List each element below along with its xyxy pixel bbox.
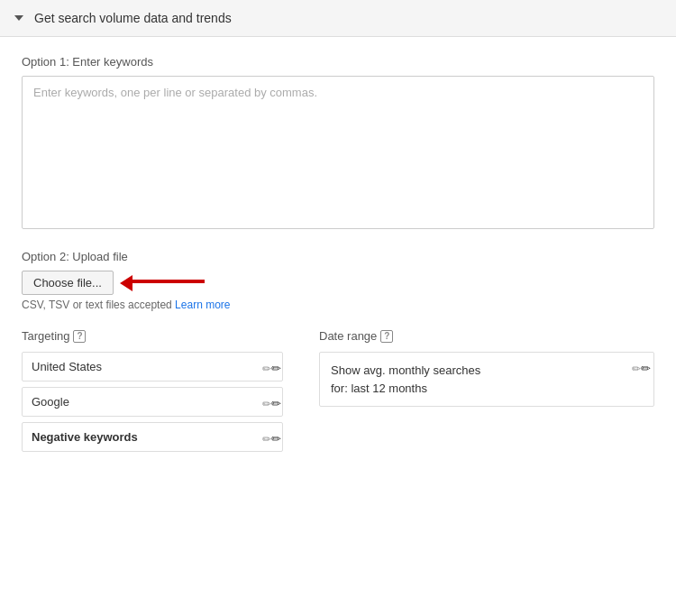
choose-file-button[interactable]: Choose file...	[22, 271, 114, 295]
targeting-title: Targeting ?	[22, 329, 283, 343]
date-range-section: Date range ? Show avg. monthly searches …	[319, 329, 654, 457]
csv-note: CSV, TSV or text files accepted Learn mo…	[22, 299, 654, 311]
targeting-item-country[interactable]: United States ✏	[22, 352, 283, 382]
page-title: Get search volume data and trends	[34, 11, 232, 25]
header-bar: Get search volume data and trends	[0, 0, 676, 37]
targeting-section: Targeting ? United States ✏ Google ✏ Neg…	[22, 329, 283, 457]
two-column-section: Targeting ? United States ✏ Google ✏ Neg…	[22, 329, 654, 457]
date-range-title: Date range ?	[319, 329, 654, 343]
chevron-down-icon	[14, 15, 23, 21]
arrowhead-icon	[120, 275, 132, 291]
keywords-textarea[interactable]	[22, 76, 654, 229]
edit-date-range-icon[interactable]: ✏	[632, 362, 643, 372]
date-range-help-icon[interactable]: ?	[380, 330, 393, 343]
targeting-country-label: United States	[32, 360, 102, 373]
targeting-help-icon[interactable]: ?	[73, 330, 86, 343]
date-range-text: Show avg. monthly searches for: last 12 …	[331, 362, 480, 397]
option2-label: Option 2: Upload file	[22, 250, 654, 263]
upload-row: Choose file...	[22, 271, 654, 295]
main-content: Option 1: Enter keywords Option 2: Uploa…	[0, 37, 676, 479]
date-range-box[interactable]: Show avg. monthly searches for: last 12 …	[319, 352, 654, 407]
arrow-body-icon	[132, 280, 205, 283]
red-arrow	[121, 275, 205, 291]
targeting-negative-keywords-label: Negative keywords	[32, 430, 138, 444]
option1-label: Option 1: Enter keywords	[22, 55, 654, 69]
learn-more-link[interactable]: Learn more	[175, 299, 230, 311]
edit-negative-keywords-icon[interactable]: ✏	[262, 432, 273, 443]
targeting-network-label: Google	[32, 395, 69, 409]
targeting-item-network[interactable]: Google ✏	[22, 387, 283, 417]
targeting-item-negative-keywords[interactable]: Negative keywords ✏	[22, 422, 283, 452]
edit-country-icon[interactable]: ✏	[262, 362, 273, 372]
edit-network-icon[interactable]: ✏	[262, 397, 273, 408]
